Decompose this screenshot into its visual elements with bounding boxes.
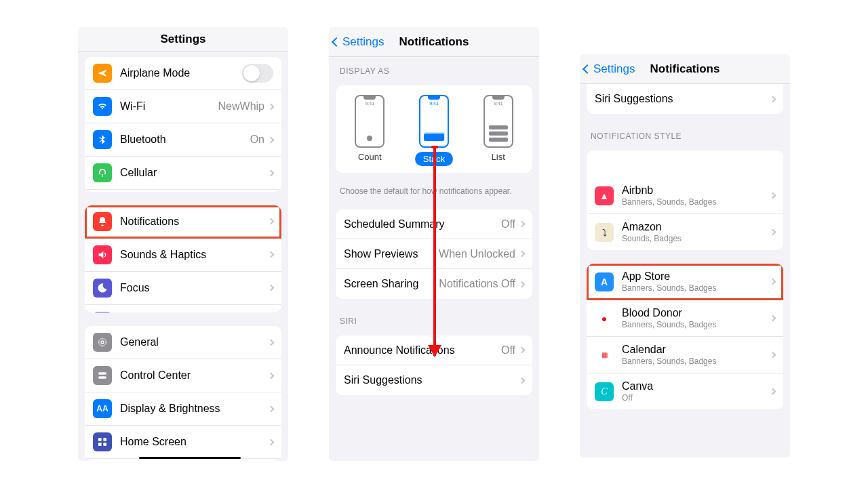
app-row-blood-donor[interactable]: ●Blood DonorBanners, Sounds, Badges xyxy=(587,300,783,337)
settings-row-wi-fi[interactable]: Wi-FiNewWhip xyxy=(85,90,281,123)
cellular-icon xyxy=(93,163,112,182)
header: Settings Notifications xyxy=(580,54,790,84)
settings-row-screen-time[interactable]: Screen Time xyxy=(85,305,281,313)
speaker-icon xyxy=(93,245,112,264)
row-value: Off xyxy=(501,344,515,357)
row-value: Off xyxy=(501,218,515,230)
airbnb-icon: ▲ xyxy=(595,186,614,205)
app-group-abc: AApp StoreBanners, Sounds, Badges●Blood … xyxy=(587,264,783,409)
calendar-icon: ▦ xyxy=(595,346,614,365)
row-label: App Store xyxy=(622,270,770,283)
section-label-display: DISPLAY AS xyxy=(329,57,539,80)
chevron-right-icon xyxy=(770,279,776,285)
row-sublabel: Banners, Sounds, Badges xyxy=(622,320,770,329)
aa-icon: AA xyxy=(93,399,112,418)
row-sublabel: Banners, Sounds, Badges xyxy=(622,357,770,366)
settings-row-home-screen[interactable]: Home Screen xyxy=(85,426,281,459)
chevron-left-icon xyxy=(583,64,592,73)
settings-group-network: Airplane ModeWi-FiNewWhipBluetoothOnCell… xyxy=(85,57,281,192)
row-label: Siri Suggestions xyxy=(595,93,770,105)
page-title: Notifications xyxy=(650,62,720,76)
app-row-airbnb[interactable]: ▲AirbnbBanners, Sounds, Badges xyxy=(587,178,783,214)
wifi-icon xyxy=(93,97,112,116)
row-value: NewWhip xyxy=(218,100,264,113)
row-siri-suggestions[interactable]: Siri Suggestions xyxy=(336,365,532,395)
chevron-right-icon xyxy=(268,405,275,412)
moon-icon xyxy=(93,279,112,298)
row-label: Bluetooth xyxy=(120,134,250,146)
app-row-app-store[interactable]: AApp StoreBanners, Sounds, Badges xyxy=(587,264,783,300)
row-sublabel: Banners, Sounds, Badges xyxy=(622,283,770,293)
settings-row-bluetooth[interactable]: BluetoothOn xyxy=(85,123,281,157)
phone-preview-icon: 9:41 xyxy=(419,95,449,148)
settings-row-cellular[interactable]: Cellular xyxy=(85,157,281,190)
airplane-icon xyxy=(93,64,112,83)
settings-row-general[interactable]: General xyxy=(85,326,281,359)
row-label: Blood Donor xyxy=(622,307,770,319)
row-siri-suggestions[interactable]: Siri Suggestions xyxy=(587,84,783,114)
row-value: Notifications Off xyxy=(439,278,515,290)
chevron-right-icon xyxy=(268,285,275,291)
amazon-icon: ⤵︎ xyxy=(595,223,614,242)
option-label: List xyxy=(492,152,505,162)
back-button[interactable]: Settings xyxy=(584,62,635,76)
chevron-right-icon xyxy=(268,372,275,379)
row-label: Airplane Mode xyxy=(120,67,242,79)
row-label: Siri Suggestions xyxy=(344,374,519,386)
canva-icon: C xyxy=(595,382,614,401)
app-row-canva[interactable]: CCanvaOff xyxy=(587,373,783,409)
row-label: Control Center xyxy=(120,369,269,382)
page-title: Notifications xyxy=(399,35,469,49)
app-row-amazon[interactable]: ⤵︎AmazonSounds, Badges xyxy=(587,214,783,250)
chevron-right-icon xyxy=(268,136,275,143)
svg-rect-4 xyxy=(98,438,102,441)
chevron-right-icon xyxy=(268,251,275,258)
chevron-right-icon xyxy=(770,388,776,395)
back-button[interactable]: Settings xyxy=(333,35,384,49)
chevron-right-icon xyxy=(268,218,275,225)
row-sublabel: Banners, Sounds, Badges xyxy=(622,197,770,207)
chevron-right-icon xyxy=(770,315,776,322)
back-label: Settings xyxy=(593,62,635,76)
toggle-switch[interactable] xyxy=(242,64,273,83)
appstore-icon: A xyxy=(595,272,614,291)
display-option-count[interactable]: 9:41Count xyxy=(355,95,384,166)
chevron-left-icon xyxy=(332,37,341,46)
svg-rect-7 xyxy=(103,443,106,447)
row-label: Cellular xyxy=(120,167,269,179)
settings-row-notifications[interactable]: Notifications xyxy=(85,205,281,239)
back-label: Settings xyxy=(342,35,384,49)
settings-row-accessibility[interactable]: Accessibility xyxy=(85,459,281,461)
chevron-right-icon xyxy=(519,221,526,228)
annotation-arrow xyxy=(433,146,436,356)
notifications-style-screen: Settings Notifications Siri Suggestions … xyxy=(580,54,790,458)
row-sublabel: Off xyxy=(622,393,770,403)
chevron-right-icon xyxy=(770,96,776,102)
row-label: Focus xyxy=(120,282,269,294)
row-label: Canva xyxy=(622,380,770,392)
row-value: On xyxy=(250,134,264,146)
settings-row-sounds-haptics[interactable]: Sounds & Haptics xyxy=(85,239,281,272)
chevron-right-icon xyxy=(770,229,776,236)
display-option-list[interactable]: 9:41List xyxy=(484,95,513,166)
row-label: Screen Sharing xyxy=(344,278,439,290)
settings-row-focus[interactable]: Focus xyxy=(85,272,281,305)
chevron-right-icon xyxy=(770,352,776,359)
row-label: Show Previews xyxy=(344,248,439,260)
settings-row-control-center[interactable]: Control Center xyxy=(85,359,281,392)
gear-icon xyxy=(93,333,112,352)
phone-preview-icon: 9:41 xyxy=(484,95,513,148)
app-row-calendar[interactable]: ▦CalendarBanners, Sounds, Badges xyxy=(587,337,783,373)
row-label: Home Screen xyxy=(120,436,269,448)
settings-row-personal-hotspot[interactable]: Personal HotspotOff xyxy=(85,190,281,192)
row-label: Scheduled Summary xyxy=(344,218,501,230)
settings-row-airplane-mode[interactable]: Airplane Mode xyxy=(85,57,281,90)
row-value: When Unlocked xyxy=(439,248,515,260)
bluetooth-icon xyxy=(93,130,112,149)
chevron-right-icon xyxy=(268,169,275,176)
settings-group-siri-top: Siri Suggestions xyxy=(587,84,783,114)
settings-row-display-brightness[interactable]: AADisplay & Brightness xyxy=(85,392,281,426)
row-label: Announce Notifications xyxy=(344,344,501,357)
row-label: Notifications xyxy=(120,216,269,228)
blood-icon: ● xyxy=(595,309,614,328)
